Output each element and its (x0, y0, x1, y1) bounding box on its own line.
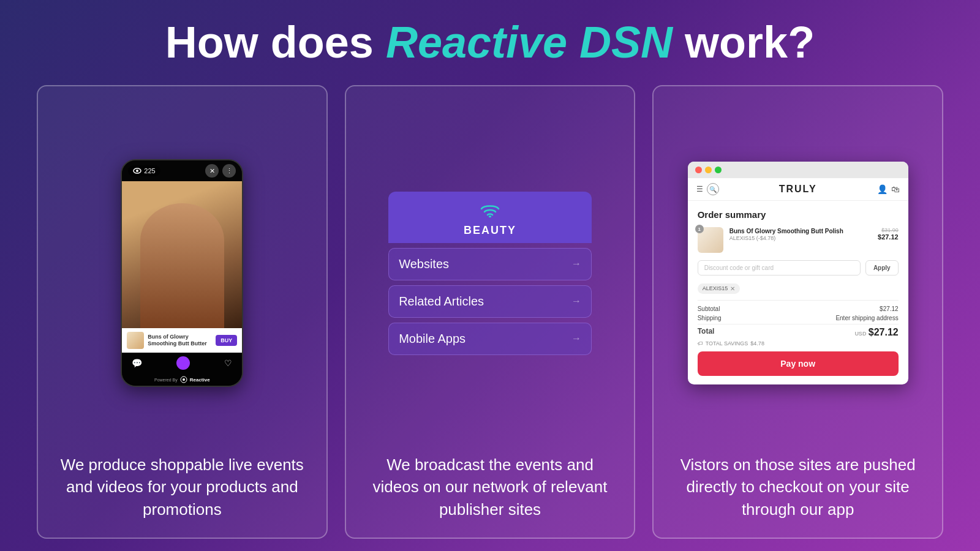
promo-remove-icon[interactable]: ✕ (730, 285, 735, 292)
subtotal-row: Subtotal $27.12 (698, 305, 899, 312)
savings-label: TOTAL SAVINGS (706, 340, 748, 347)
nav-right: 👤 🛍 (877, 184, 900, 194)
phone-device: 225 ✕ ⋮ Buns of Glowry Smoothing Butt Bu… (121, 159, 243, 387)
subtotal-label: Subtotal (698, 305, 720, 312)
list-icon: ≡ (176, 356, 190, 370)
websites-arrow: → (571, 258, 581, 269)
header-brand: Reactive DSN (386, 18, 673, 67)
card-live-events: 225 ✕ ⋮ Buns of Glowry Smoothing Butt Bu… (37, 85, 328, 539)
powered-by-text: Powered By (154, 378, 178, 382)
eye-icon (133, 168, 141, 174)
buy-button[interactable]: BUY (216, 335, 237, 346)
powered-by-bar: Powered By Reactive (122, 373, 242, 386)
broadcast-item-websites: Websites → (388, 248, 592, 280)
svg-point-1 (136, 170, 138, 172)
order-summary-rows: Subtotal $27.12 Shipping Enter shipping … (698, 300, 899, 376)
shipping-row: Shipping Enter shipping address (698, 315, 899, 321)
card1-content: 225 ✕ ⋮ Buns of Glowry Smoothing Butt Bu… (55, 105, 309, 441)
phone-mockup: 225 ✕ ⋮ Buns of Glowry Smoothing Butt Bu… (121, 159, 243, 387)
order-item-image: 1 (698, 227, 723, 253)
promo-tag: ALEXIS15 ✕ (698, 283, 741, 294)
user-icon: 👤 (877, 184, 888, 194)
phone-footer: 💬 ≡ ♡ (122, 353, 242, 373)
category-label: BEAUTY (394, 224, 586, 237)
discount-placeholder: Discount code or gift card (704, 264, 774, 271)
total-label: Total (698, 327, 715, 338)
order-summary-title: Order summary (698, 209, 899, 220)
card-checkout: ☰ 🔍 TRULY 👤 🛍 Order summary 1 (652, 85, 943, 539)
promo-code-text: ALEXIS15 (703, 285, 728, 291)
total-row: Total USD $27.12 (698, 324, 899, 338)
close-phone-btn[interactable]: ✕ (205, 164, 219, 178)
card3-content: ☰ 🔍 TRULY 👤 🛍 Order summary 1 (671, 105, 925, 441)
svg-point-4 (489, 216, 491, 217)
product-thumbnail (127, 332, 144, 349)
page-header: How does Reactive DSN work? (165, 18, 815, 67)
total-value: $27.12 (869, 327, 899, 337)
savings-icon: 🏷 (698, 340, 703, 347)
header-suffix: work? (673, 18, 815, 67)
close-light (695, 167, 702, 173)
phone-video-area (122, 181, 242, 328)
header-prefix: How does (165, 18, 386, 67)
card3-caption: Vistors on those sites are pushed direct… (671, 454, 925, 520)
articles-label: Related Articles (399, 294, 484, 309)
original-price: $31.90 (878, 227, 899, 233)
more-phone-btn[interactable]: ⋮ (222, 164, 236, 178)
broadcast-header: BEAUTY (388, 192, 592, 243)
discount-row: Discount code or gift card Apply (698, 260, 899, 276)
view-count-badge: 225 (128, 165, 160, 176)
savings-row: 🏷 TOTAL SAVINGS $4.78 (698, 340, 899, 347)
reactive-brand-name: Reactive (190, 377, 210, 383)
checkout-mockup: ☰ 🔍 TRULY 👤 🛍 Order summary 1 (688, 162, 908, 384)
minimize-light (705, 167, 712, 173)
order-body: Order summary 1 Buns Of Glowry Smoothing… (688, 201, 908, 384)
subtotal-value: $27.12 (880, 305, 899, 312)
broadcast-item-articles: Related Articles → (388, 285, 592, 318)
heart-icon: ♡ (224, 358, 232, 368)
discount-code-field[interactable]: Discount code or gift card (698, 260, 861, 276)
maximize-light (715, 167, 722, 173)
product-bar: Buns of Glowry Smoothing Butt Butter BUY (122, 328, 242, 353)
wifi-icon (394, 200, 586, 222)
cards-container: 225 ✕ ⋮ Buns of Glowry Smoothing Butt Bu… (37, 85, 943, 539)
bag-icon: 🛍 (891, 184, 900, 194)
browser-titlebar (688, 162, 908, 178)
card1-caption: We produce shoppable live events and vid… (55, 454, 309, 520)
pay-now-button[interactable]: Pay now (698, 351, 899, 376)
mobile-label: Mobile Apps (399, 332, 466, 346)
shipping-value: Enter shipping address (835, 315, 898, 321)
order-item-code: ALEXIS15 (-$4.78) (729, 235, 872, 241)
websites-label: Websites (399, 257, 449, 271)
order-item-name: Buns Of Glowry Smoothing Butt Polish (729, 227, 872, 235)
view-count: 225 (144, 167, 155, 174)
broadcast-item-mobile: Mobile Apps → (388, 323, 592, 355)
store-navbar: ☰ 🔍 TRULY 👤 🛍 (688, 178, 908, 201)
reactive-logo-icon (180, 376, 187, 383)
shipping-label: Shipping (698, 315, 722, 321)
search-icon: 🔍 (707, 183, 719, 195)
video-person-silhouette (122, 181, 242, 328)
order-item-info: Buns Of Glowry Smoothing Butt Polish ALE… (729, 227, 872, 241)
item-quantity-badge: 1 (695, 225, 704, 233)
product-name-text: Buns of Glowry Smoothing Butt Butter (148, 334, 212, 347)
total-currency: USD (854, 331, 866, 337)
total-amount: USD $27.12 (854, 327, 898, 338)
nav-left: ☰ 🔍 (696, 183, 719, 195)
traffic-lights (695, 167, 722, 173)
card2-content: BEAUTY Websites → Related Articles → Mob… (363, 105, 617, 441)
phone-header-buttons: ✕ ⋮ (205, 164, 236, 178)
mobile-arrow: → (571, 333, 581, 344)
phone-header: 225 ✕ ⋮ (122, 160, 242, 181)
store-name: TRULY (779, 184, 817, 195)
broadcast-diagram: BEAUTY Websites → Related Articles → Mob… (363, 192, 617, 355)
chat-icon: 💬 (132, 358, 142, 368)
card2-caption: We broadcast the events and videos on ou… (363, 454, 617, 520)
articles-arrow: → (571, 296, 581, 307)
order-item-price: $31.90 $27.12 (878, 227, 899, 241)
card-broadcast: BEAUTY Websites → Related Articles → Mob… (345, 85, 636, 539)
order-item-row: 1 Buns Of Glowry Smoothing Butt Polish A… (698, 227, 899, 253)
broadcast-items-list: Websites → Related Articles → Mobile App… (388, 248, 592, 355)
apply-discount-button[interactable]: Apply (865, 260, 899, 276)
savings-value: $4.78 (750, 340, 764, 347)
